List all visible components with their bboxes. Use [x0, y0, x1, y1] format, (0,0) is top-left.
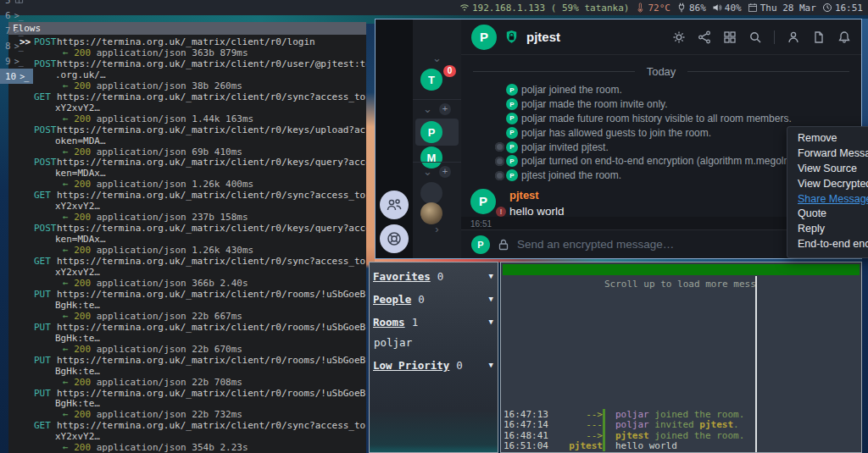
flow-method: PUT — [34, 389, 57, 400]
menu-item-view-decrypted-s[interactable]: View Decrypted S — [787, 177, 868, 192]
workspace-9[interactable]: 9>_ — [0, 53, 33, 69]
flow-row[interactable]: >>POSThttps://termina.org.uk/_matrix/cli… — [8, 37, 366, 59]
workspace-number: 9 — [5, 56, 11, 67]
flow-response-arrow: ← — [63, 311, 74, 322]
help-button[interactable] — [380, 224, 409, 253]
flow-row[interactable]: POSThttps://termina.org.uk/_matrix/clien… — [8, 125, 366, 158]
flow-url: https://termina.org.uk/_matrix/client/r0… — [57, 36, 315, 47]
section-low-priority[interactable]: Low Priority0▼ — [370, 356, 498, 373]
add-room-icon[interactable]: + — [439, 103, 451, 115]
menu-item-remove[interactable]: Remove — [787, 131, 868, 146]
notification-badge: 0 — [443, 65, 456, 77]
room-avatar-photo[interactable] — [420, 202, 442, 224]
section-collapse-arrow-icon[interactable]: ▼ — [489, 361, 493, 369]
flow-row[interactable]: PUThttps://termina.org.uk/_matrix/client… — [8, 356, 366, 389]
flow-response-arrow: ← — [63, 80, 74, 91]
sender-avatar[interactable]: P — [470, 189, 496, 214]
flow-row[interactable]: GEThttps://termina.org.uk/_matrix/client… — [8, 92, 366, 125]
section-collapse-arrow-icon[interactable]: ▼ — [489, 295, 493, 303]
status-wifi-text: 192.168.1.133 ( 59% tatanka) — [472, 3, 629, 14]
message-segment: poljar — [615, 409, 649, 420]
room-list-item[interactable]: poljar — [370, 336, 498, 349]
flow-row[interactable]: PUThttps://termina.org.uk/_matrix/client… — [8, 323, 366, 356]
section-favorites[interactable]: Favorites0▼ — [370, 268, 498, 285]
workspace-number: 7 — [5, 25, 11, 36]
share-icon[interactable] — [698, 30, 711, 44]
menu-item-forward-message[interactable]: Forward Message — [787, 146, 868, 162]
member-list-icon[interactable] — [787, 30, 800, 44]
event-text: poljar has allowed guests to join the ro… — [521, 127, 711, 139]
add-room-icon[interactable]: + — [439, 166, 451, 178]
flow-row[interactable]: POSThttps://termina.org.uk/_matrix/clien… — [8, 224, 366, 257]
flow-request-line: GEThttps://termina.org.uk/_matrix/client… — [8, 92, 366, 103]
menu-item-reply[interactable]: Reply — [787, 222, 868, 237]
notifications-icon[interactable] — [837, 30, 851, 44]
flow-response-meta: application/json 22b 667ms — [91, 311, 242, 322]
roomlist-collapse-chevron-icon[interactable]: ⌄ — [413, 52, 461, 64]
flow-row[interactable]: PUThttps://termina.org.uk/_matrix/client… — [8, 389, 366, 422]
flow-row[interactable]: GEThttps://termina.org.uk/_matrix/client… — [8, 421, 366, 453]
roomlist-divider — [413, 99, 461, 100]
workspace-terminal-icon: >_ — [14, 10, 23, 21]
flow-row[interactable]: POSThttps://termina.org.uk/_matrix/clien… — [8, 157, 366, 191]
message-prefix: --- — [552, 420, 603, 431]
menu-item-quote[interactable]: Quote — [787, 207, 868, 222]
room-list-panel: Favorites0▼People0▼Rooms1▼poljarLow Prio… — [369, 262, 498, 453]
flow-response-arrow: ← — [63, 377, 74, 388]
flows-list: >>POSThttps://termina.org.uk/_matrix/cli… — [8, 35, 366, 453]
message-segment: poljar — [615, 419, 649, 430]
message-input[interactable] — [517, 238, 821, 251]
apps-icon[interactable] — [723, 30, 737, 44]
workspace-terminal-icon: >_ — [19, 71, 28, 82]
workspace-8[interactable]: 8>_ — [0, 38, 33, 53]
room-avatar-T[interactable]: T — [420, 69, 442, 91]
message-segment: pjtest — [615, 430, 649, 441]
workspace-book-icon — [14, 0, 24, 5]
menu-item-share-message[interactable]: Share Message — [787, 192, 868, 207]
flow-status-code: 200 — [74, 113, 91, 124]
room-avatar-P[interactable]: P — [420, 121, 442, 143]
flow-url: https://termina.org.uk/_matrix/client/r0… — [57, 190, 366, 201]
section-count: 0 — [418, 293, 425, 306]
status-power: 86% — [676, 3, 706, 14]
flow-row[interactable]: GEThttps://termina.org.uk/_matrix/client… — [8, 257, 366, 290]
files-icon[interactable] — [812, 30, 826, 44]
flow-method: POST — [34, 157, 57, 168]
community-button[interactable] — [380, 191, 409, 219]
workspace-5[interactable]: 5 — [0, 0, 33, 8]
flow-row[interactable]: GEThttps://termina.org.uk/_matrix/client… — [8, 191, 366, 224]
section-label: Favorites — [373, 270, 431, 283]
menu-item-end-to-end-encry[interactable]: End-to-end encry — [787, 237, 868, 252]
roomlist-expand-chevron-icon[interactable]: › — [413, 223, 461, 235]
flow-response-meta: application/json 22b 670ms — [91, 344, 242, 355]
workspace-10[interactable]: 10>_ — [0, 69, 33, 84]
roomlist-section-header[interactable]: ⌄+ — [413, 102, 461, 115]
flow-status-code: 200 — [74, 442, 91, 453]
section-people[interactable]: People0▼ — [370, 290, 498, 307]
section-rooms[interactable]: Rooms1▼ — [370, 313, 498, 330]
event-avatar: P — [506, 98, 518, 110]
workspace-7[interactable]: 7>_ — [0, 23, 33, 38]
search-icon[interactable] — [748, 30, 762, 44]
wifi-icon — [459, 3, 470, 13]
roomlist-section-header[interactable]: ⌄+ — [413, 165, 461, 178]
composer-lock-icon — [497, 238, 510, 251]
flow-response-arrow: ← — [63, 113, 74, 124]
settings-icon[interactable] — [672, 30, 686, 44]
event-text: poljar made the room invite only. — [521, 98, 668, 110]
status-clock: 16:51 — [822, 3, 863, 14]
workspace-6[interactable]: 6>_ — [0, 8, 33, 23]
workspace-number: 10 — [5, 71, 16, 82]
status-speaker: 40% — [712, 3, 742, 14]
section-collapse-arrow-icon[interactable]: ▼ — [489, 318, 493, 326]
room-avatar-dark[interactable] — [420, 182, 442, 204]
state-event: Ppoljar made the room invite only. — [461, 97, 861, 112]
flow-row[interactable]: POSThttps://termina.org.uk/_matrix/clien… — [8, 59, 366, 92]
status-speaker-text: 40% — [725, 3, 742, 14]
section-collapse-arrow-icon[interactable]: ▼ — [489, 272, 493, 280]
flow-row[interactable]: PUThttps://termina.org.uk/_matrix/client… — [8, 290, 366, 323]
menu-item-view-source[interactable]: View Source — [787, 162, 868, 177]
flow-url: https://termina.org.uk/_matrix/client/r0… — [57, 256, 366, 267]
room-avatar[interactable]: P — [471, 25, 497, 50]
calendar-icon — [748, 3, 758, 13]
